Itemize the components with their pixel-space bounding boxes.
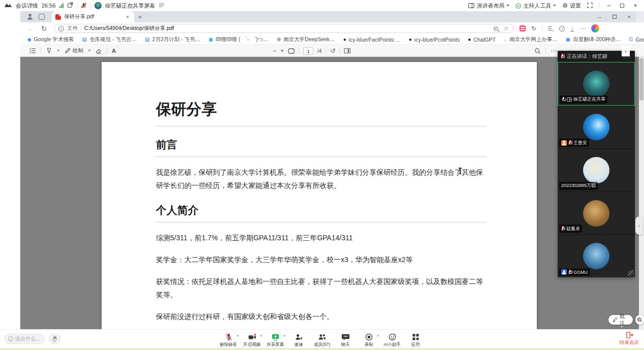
participant-tile[interactable]: 赵晨卓 (558, 192, 635, 235)
ai-assistant-button[interactable]: AI小助手 (380, 330, 404, 348)
open-external-icon[interactable] (67, 2, 73, 9)
browser-close-button[interactable]: × (628, 14, 631, 20)
participant-tile[interactable]: 2022302985万聪 (558, 148, 635, 192)
layout-button[interactable]: 演讲者布局 (468, 2, 509, 10)
magnifier-button[interactable] (635, 315, 644, 325)
bookmark-item[interactable]: ▤ 仓库规范 - 飞书云… (82, 36, 137, 43)
bookmark-favicon: ● (468, 37, 471, 42)
browser-minimize-button[interactable]: – (598, 14, 601, 20)
new-tab-button[interactable]: + (138, 13, 142, 21)
bookmarks-overflow-icon[interactable]: › (622, 46, 630, 56)
draw-caret-icon[interactable] (88, 50, 91, 51)
annotate-button[interactable]: 批注 (608, 315, 633, 325)
page-view-icon[interactable] (344, 48, 350, 54)
extension-refresh-icon[interactable]: ↻ (531, 25, 536, 32)
share-screen-button[interactable]: 共享屏幕 (264, 330, 287, 348)
bookmark-item[interactable]: ◆ Google 学术搜索 (27, 36, 74, 43)
record-caret-icon[interactable] (377, 335, 379, 337)
unmute-button[interactable]: 解除静音 (217, 330, 240, 348)
pdf-eraser-icon[interactable] (95, 48, 102, 54)
bookmark-star-icon[interactable]: ☆ (503, 25, 509, 32)
panel-resize-handle[interactable] (628, 270, 634, 276)
doc-title: 保研分享 (156, 99, 486, 126)
workspaces-icon[interactable] (39, 14, 45, 20)
pdf-scrollbar[interactable] (639, 57, 644, 339)
translate-extension-icon[interactable] (520, 25, 526, 31)
bookmark-item[interactable]: ▤ 2月3月计划 - 飞书… (145, 36, 200, 43)
members-icon (318, 332, 327, 341)
read-aloud-icon[interactable]: Aˊ (112, 48, 116, 54)
rotate-page-icon[interactable]: ↺ (330, 47, 335, 54)
participant-tile[interactable]: 徐艺硕正在共享 (558, 62, 635, 106)
end-meeting-button[interactable]: 结束会议 (620, 331, 639, 346)
apps-button[interactable]: 应用 (404, 330, 427, 348)
chat-placeholder: 说点什么... (15, 335, 40, 342)
pdf-highlighter-icon[interactable] (46, 47, 52, 54)
page-number-input[interactable]: 1 (303, 47, 313, 55)
history-icon[interactable] (559, 26, 565, 31)
meeting-minimize-button[interactable]: – (605, 2, 613, 9)
panel-collapse-handle[interactable]: ‹ (635, 216, 643, 235)
highlighter-caret-icon[interactable] (57, 50, 60, 51)
raise-hand-button[interactable] (49, 334, 61, 344)
back-button[interactable]: ← (27, 25, 34, 33)
record-button[interactable]: 录制 (357, 330, 380, 348)
share-caret-icon[interactable] (283, 335, 285, 337)
pdf-canvas[interactable]: 保研分享 前言 我是徐艺硕，保研到了南京大学计算机系。很荣幸能给学弟学妹们分享保… (20, 57, 644, 339)
browser-profile-icon[interactable] (26, 13, 34, 20)
emoji-icon[interactable] (8, 336, 13, 341)
bookmark-label: icy-blue/FactPoints:… (349, 37, 401, 43)
settings-button[interactable]: ⚙ 设置 (562, 2, 581, 10)
meeting-close-button[interactable]: × (632, 2, 639, 9)
participant-tile[interactable]: GGMU (558, 234, 635, 277)
pdf-page: 保研分享 前言 我是徐艺硕，保研到了南京大学计算机系。很荣幸能给学弟学妹们分享保… (102, 62, 537, 339)
meeting-details-button[interactable]: 会议详情 (16, 2, 38, 10)
participant-tile[interactable]: 王昱安 (558, 106, 635, 149)
participant-label: 王昱安 (559, 139, 589, 147)
pdf-more-tools-icon[interactable]: ⋯ (551, 47, 557, 54)
zoom-in-button[interactable]: + (280, 47, 284, 54)
host-tools-button[interactable]: 主持人工具 (516, 2, 556, 10)
browser-avatar[interactable] (591, 24, 599, 33)
bookmark-item[interactable]: G Google (629, 37, 644, 43)
annotate-collapse-caret[interactable] (620, 326, 624, 328)
invite-button[interactable]: 邀请 (287, 330, 310, 348)
unmute-caret-icon[interactable] (237, 335, 239, 337)
bookmark-item[interactable]: ● ChatGPT (468, 37, 496, 43)
zoom-page-icon[interactable] (494, 26, 498, 31)
bookmark-item[interactable]: ● icy-blue/FactPoints:… (343, 37, 401, 43)
more-menu-icon[interactable]: ⋯ (579, 25, 586, 32)
reload-button[interactable]: ↻ (41, 25, 47, 33)
pdf-toc-icon[interactable] (29, 48, 36, 54)
chat-input[interactable]: 说点什么... (4, 334, 45, 344)
bookmark-item[interactable]: ⊕ 南京大学DeepSeek… (277, 36, 335, 43)
address-bar[interactable]: i 文件 C:/Users/54904/Desktop/保研分享.pdf ☆ (54, 24, 513, 33)
bookmark-item[interactable]: ● icy-blue/PcotPoints (409, 37, 460, 43)
participant-label: 赵晨卓 (559, 225, 582, 233)
sharing-detail-icon[interactable] (159, 3, 164, 9)
text-cursor (460, 168, 461, 174)
topbar-mic-muted-icon[interactable] (81, 3, 87, 9)
pdf-favicon (55, 14, 61, 20)
start-video-button[interactable]: 开启视频 (240, 330, 264, 348)
bookmark-item[interactable]: ▣ 百度翻译-200种语… (566, 36, 621, 43)
zoom-out-button[interactable]: − (273, 47, 276, 54)
pdf-draw-icon[interactable]: 绘制 (65, 47, 83, 54)
pdf-search-icon[interactable] (534, 48, 541, 54)
members-button[interactable]: 成员(57) (310, 330, 334, 348)
page-info-icon[interactable]: i (58, 26, 64, 31)
browser-tab[interactable]: 保研分享.pdf × (52, 11, 134, 22)
tab-close-icon[interactable]: × (124, 14, 131, 20)
chat-button[interactable]: 聊天 (334, 330, 357, 348)
fit-page-icon[interactable] (288, 48, 295, 54)
bookmark-item[interactable]: ⌂ 南京大学网上办事… (504, 36, 558, 43)
video-caret-icon[interactable] (260, 335, 262, 337)
collections-icon[interactable] (548, 26, 554, 31)
meeting-maximize-button[interactable] (619, 2, 626, 9)
bookmark-item[interactable]: ▣ 哔哩哔哩 ( ゜- ゜)つ… (208, 36, 268, 43)
bookmark-label: 南京大学网上办事… (509, 36, 558, 43)
fullscreen-icon[interactable] (587, 3, 593, 9)
browser-restore-button[interactable] (613, 14, 617, 20)
downloads-icon[interactable]: ↓ (570, 26, 574, 31)
hand-icon (52, 336, 58, 342)
